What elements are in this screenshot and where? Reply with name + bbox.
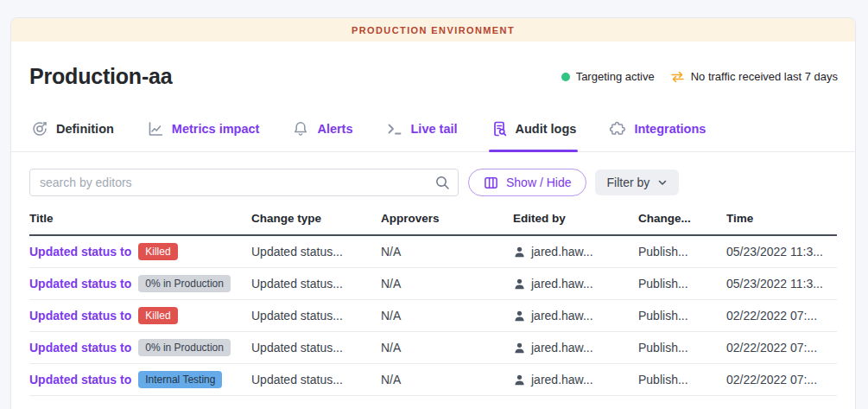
targeting-status-label: Targeting active xyxy=(576,70,655,83)
row-approvers: N/A xyxy=(381,245,513,259)
row-edited-by: jared.haw... xyxy=(513,341,630,355)
tab-definition-label: Definition xyxy=(56,122,114,136)
search-icon xyxy=(434,175,450,194)
person-icon xyxy=(513,342,526,355)
row-edited-by: jared.haw... xyxy=(513,277,630,291)
column-header-title[interactable]: Title xyxy=(29,212,251,225)
targeting-status: Targeting active xyxy=(561,70,655,83)
page-header: Production-aa Targeting active No traffi… xyxy=(11,42,855,89)
row-change: Publish... xyxy=(638,245,726,259)
row-edited-by-name: jared.haw... xyxy=(531,245,593,259)
row-change: Publish... xyxy=(638,373,726,387)
row-time: 05/23/2022 11:3... xyxy=(726,245,837,259)
row-change: Publish... xyxy=(638,277,726,291)
row-approvers: N/A xyxy=(381,341,513,355)
table-header-row: Title Change type Approvers Edited by Ch… xyxy=(29,212,837,236)
traffic-status-label: No traffic received last 7 days xyxy=(691,70,838,83)
row-approvers: N/A xyxy=(381,277,513,291)
column-header-change[interactable]: Change... xyxy=(638,212,726,225)
row-change: Publish... xyxy=(638,309,726,323)
status-badge: Killed xyxy=(138,243,177,260)
terminal-icon xyxy=(386,120,403,137)
tab-metrics-impact-label: Metrics impact xyxy=(172,122,260,136)
filter-by-label: Filter by xyxy=(606,176,649,189)
status-badge: Internal Testing xyxy=(138,371,222,388)
row-edited-by: jared.haw... xyxy=(513,373,630,387)
show-hide-button[interactable]: Show / Hide xyxy=(468,169,586,196)
status-group: Targeting active No traffic received las… xyxy=(561,70,838,83)
target-icon xyxy=(31,120,48,137)
tab-definition[interactable]: Definition xyxy=(29,113,116,151)
row-change: Publish... xyxy=(638,341,726,355)
row-edited-by-name: jared.haw... xyxy=(531,341,593,355)
row-time: 05/23/2022 11:3... xyxy=(726,277,837,291)
row-time: 02/22/2022 07:... xyxy=(726,341,837,355)
table-row[interactable]: Updated status to 0% in Production Updat… xyxy=(29,332,837,364)
column-header-time[interactable]: Time xyxy=(726,212,837,225)
row-change-type: Updated status... xyxy=(251,309,381,323)
row-approvers: N/A xyxy=(381,309,513,323)
column-header-approvers[interactable]: Approvers xyxy=(381,212,513,225)
tab-alerts-label: Alerts xyxy=(317,122,352,136)
audit-log-table: Title Change type Approvers Edited by Ch… xyxy=(29,212,837,396)
tab-integrations-label: Integrations xyxy=(634,122,706,136)
row-edited-by: jared.haw... xyxy=(513,309,630,323)
search-input[interactable] xyxy=(29,169,459,196)
toolbar: Show / Hide Filter by xyxy=(11,169,855,196)
doc-search-icon xyxy=(491,120,508,137)
bell-icon xyxy=(292,120,309,137)
status-badge: Killed xyxy=(138,307,177,324)
row-edited-by-name: jared.haw... xyxy=(531,309,593,323)
puzzle-icon xyxy=(609,120,626,137)
column-header-change-type[interactable]: Change type xyxy=(251,212,381,225)
tab-integrations[interactable]: Integrations xyxy=(607,113,707,151)
row-title-link[interactable]: Updated status to xyxy=(29,341,131,355)
row-edited-by: jared.haw... xyxy=(513,245,630,259)
tab-bar: Definition Metrics impact Alerts xyxy=(11,113,855,152)
row-edited-by-name: jared.haw... xyxy=(531,373,593,387)
filter-by-button[interactable]: Filter by xyxy=(595,169,679,195)
person-icon xyxy=(513,310,526,323)
page-title: Production-aa xyxy=(29,64,172,89)
tab-live-tail-label: Live tail xyxy=(411,122,458,136)
table-row[interactable]: Updated status to 0% in Production Updat… xyxy=(29,268,837,300)
traffic-status: No traffic received last 7 days xyxy=(670,70,838,83)
tab-metrics-impact[interactable]: Metrics impact xyxy=(145,113,262,151)
environment-card: PRODUCTION ENVIRONMENT Production-aa Tar… xyxy=(10,17,856,409)
traffic-arrows-icon xyxy=(670,71,685,83)
status-badge: 0% in Production xyxy=(138,339,231,356)
person-icon xyxy=(513,278,526,291)
columns-icon xyxy=(484,176,498,190)
banner-label: PRODUCTION ENVIRONMENT xyxy=(352,25,515,35)
person-icon xyxy=(513,246,526,259)
person-icon xyxy=(513,374,526,387)
tab-audit-logs[interactable]: Audit logs xyxy=(489,113,579,151)
column-header-edited-by[interactable]: Edited by xyxy=(513,212,638,225)
table-row[interactable]: Updated status to Killed Updated status.… xyxy=(29,300,837,332)
row-time: 02/22/2022 07:... xyxy=(726,373,837,387)
row-change-type: Updated status... xyxy=(251,277,381,291)
search-wrap xyxy=(29,169,459,196)
status-badge: 0% in Production xyxy=(138,275,231,292)
show-hide-label: Show / Hide xyxy=(506,176,571,189)
row-time: 02/22/2022 07:... xyxy=(726,309,837,323)
table-row[interactable]: Updated status to Internal Testing Updat… xyxy=(29,364,837,396)
table-row[interactable]: Updated status to Killed Updated status.… xyxy=(29,236,837,268)
production-environment-banner: PRODUCTION ENVIRONMENT xyxy=(11,18,855,42)
tab-audit-logs-label: Audit logs xyxy=(516,122,577,136)
chart-icon xyxy=(147,120,164,137)
row-title-link[interactable]: Updated status to xyxy=(29,373,131,387)
row-change-type: Updated status... xyxy=(251,245,381,259)
green-dot-icon xyxy=(561,73,570,81)
row-change-type: Updated status... xyxy=(251,373,381,387)
row-title-link[interactable]: Updated status to xyxy=(29,277,131,291)
row-approvers: N/A xyxy=(381,373,513,387)
row-change-type: Updated status... xyxy=(251,341,381,355)
tab-alerts[interactable]: Alerts xyxy=(290,113,354,151)
chevron-down-icon xyxy=(657,177,668,188)
row-edited-by-name: jared.haw... xyxy=(531,277,593,291)
tab-live-tail[interactable]: Live tail xyxy=(384,113,459,151)
row-title-link[interactable]: Updated status to xyxy=(29,245,131,259)
row-title-link[interactable]: Updated status to xyxy=(29,309,131,323)
